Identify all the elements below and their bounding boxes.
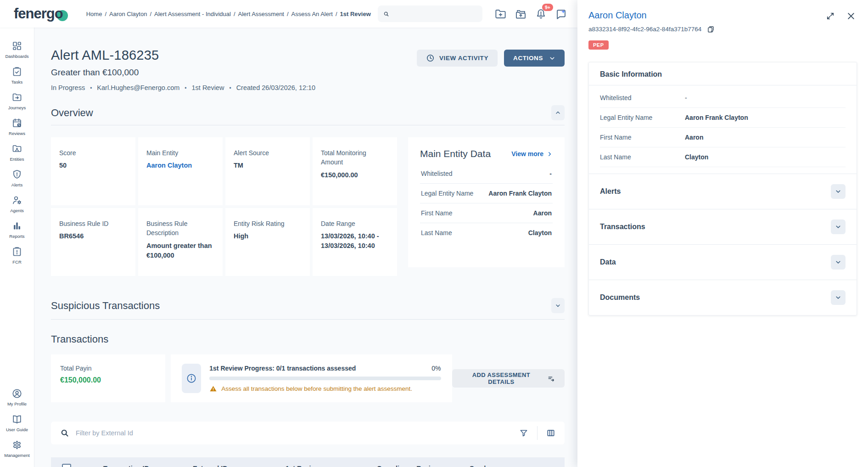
sidebar-item-entities[interactable]: Entities: [0, 140, 34, 165]
chat-sparkle-icon: [555, 8, 567, 20]
data-expand-button[interactable]: [831, 255, 846, 270]
column-compliance-review[interactable]: Compliance Review: [377, 465, 470, 467]
column-sender[interactable]: Sender: [470, 465, 554, 467]
row-value: -: [549, 170, 552, 177]
sidebar-item-alerts[interactable]: Alerts: [0, 165, 34, 191]
close-drawer-button[interactable]: [846, 11, 856, 23]
card-label: Business Rule Description: [146, 219, 214, 238]
sidebar-label: Agents: [10, 208, 24, 213]
columns-icon[interactable]: [546, 428, 555, 438]
card-value: High: [234, 231, 302, 241]
sidebar-item-fcr[interactable]: FCR: [0, 242, 34, 268]
row-label: Whitelisted: [600, 94, 685, 101]
documents-expand-button[interactable]: [831, 290, 846, 305]
overview-title: Overview: [51, 107, 93, 119]
score-card: Score 50: [51, 137, 135, 205]
global-search-input[interactable]: [394, 10, 477, 17]
status-badge: In Progress: [51, 84, 85, 91]
breadcrumb-assess-an-alert[interactable]: Assess An Alert: [291, 11, 340, 17]
upload-case-button[interactable]: [515, 8, 527, 20]
card-label: Entity Risk Rating: [234, 219, 302, 228]
column-transaction-id[interactable]: Transaction ID: [103, 465, 193, 467]
suspicious-expand-button[interactable]: [551, 298, 565, 313]
row-label: Legal Entity Name: [600, 114, 685, 121]
actions-label: ACTIONS: [513, 55, 543, 62]
ai-assistant-button[interactable]: [555, 8, 567, 20]
column-external-id[interactable]: External ID: [193, 465, 286, 467]
view-activity-label: VIEW ACTIVITY: [439, 55, 488, 62]
section-documents[interactable]: Documents: [589, 280, 857, 315]
total-monitoring-card: Total Monitoring Amount €150,000.00: [313, 137, 397, 205]
main-entity-link[interactable]: Aaron Clayton: [146, 161, 214, 170]
data-row-whitelisted: Whitelisted -: [420, 164, 553, 184]
info-row-legal-entity-name: Legal Entity Name Aaron Frank Clayton: [600, 108, 846, 128]
chevron-right-icon: [547, 151, 553, 157]
alerts-expand-button[interactable]: [831, 184, 846, 199]
entity-detail-card: Basic Information Whitelisted - Legal En…: [588, 62, 857, 315]
row-value: Aaron: [533, 209, 552, 217]
breadcrumb-home[interactable]: Home: [86, 11, 109, 17]
main-column: fenergo Home Aaron Clayton Alert Assessm…: [0, 0, 577, 467]
main-entity-card: Main Entity Aaron Clayton: [138, 137, 223, 205]
sidebar-item-journeys[interactable]: Journeys: [0, 88, 34, 114]
column-first-review[interactable]: 1st Review: [286, 465, 377, 467]
entity-name-title[interactable]: Aaron Clayton: [588, 10, 857, 21]
row-label: First Name: [421, 209, 452, 217]
expand-drawer-button[interactable]: [826, 11, 835, 23]
breadcrumb-entity[interactable]: Aaron Clayton: [109, 11, 154, 17]
card-label: Date Range: [321, 219, 389, 228]
created-timestamp: Created 26/03/2026, 12:10: [224, 84, 315, 91]
fenergo-logo[interactable]: fenergo: [14, 6, 68, 22]
logo-text: fenergo: [14, 6, 63, 22]
card-value: 50: [59, 161, 127, 170]
section-transactions[interactable]: Transactions: [589, 209, 857, 244]
breadcrumb-alert-assessment[interactable]: Alert Assessment: [238, 11, 291, 17]
fcr-icon: [11, 246, 22, 257]
business-rule-id-card: Business Rule ID BR6546: [51, 208, 135, 276]
copy-icon[interactable]: [706, 25, 715, 34]
suspicious-transactions-header: Suspicious Transactions: [51, 298, 565, 320]
sidebar-item-dashboards[interactable]: Dashboards: [0, 37, 34, 62]
overview-collapse-button[interactable]: [551, 105, 565, 120]
transactions-summary-row: Total Payin €150,000.00 1st Review Progr…: [51, 354, 565, 402]
page-title: Alert AML-186235: [51, 48, 315, 63]
sidebar-item-tasks[interactable]: Tasks: [0, 62, 34, 88]
sidebar-label: FCR: [12, 259, 22, 264]
entity-id: a8332314-8f92-4fc2-96a2-84fa371b7764: [588, 26, 701, 33]
create-case-button[interactable]: [494, 8, 507, 20]
section-data[interactable]: Data: [589, 244, 857, 280]
global-search[interactable]: [378, 6, 482, 22]
top-navbar: fenergo Home Aaron Clayton Alert Assessm…: [0, 0, 577, 28]
sidebar-item-my-profile[interactable]: My Profile: [0, 384, 34, 410]
chevron-down-icon: [835, 259, 841, 265]
section-title: Alerts: [600, 187, 621, 196]
sidebar-item-management[interactable]: Management: [0, 436, 34, 461]
total-payin-value: €150,000.00: [60, 376, 156, 384]
sidebar-item-reports[interactable]: Reports: [0, 217, 34, 242]
sidebar-item-agents[interactable]: Agents: [0, 191, 34, 217]
select-all-checkbox[interactable]: [62, 464, 71, 467]
sidebar-item-user-guide[interactable]: User Guide: [0, 410, 34, 436]
sidebar-label: Alerts: [11, 182, 22, 187]
data-row-legal-entity-name: Legal Entity Name Aaron Frank Clayton: [420, 184, 553, 203]
management-gear-icon: [11, 439, 22, 450]
actions-button[interactable]: ACTIONS: [504, 50, 565, 67]
sidebar-item-reviews[interactable]: Reviews: [0, 114, 34, 140]
assignee-email: Karl.Hughes@Fenergo.com: [85, 84, 179, 91]
view-more-link[interactable]: View more: [511, 150, 553, 158]
add-assessment-details-button[interactable]: ADD ASSESSMENT DETAILS: [452, 369, 565, 388]
transactions-expand-button[interactable]: [831, 219, 846, 234]
view-activity-button[interactable]: VIEW ACTIVITY: [417, 50, 498, 67]
transactions-table-header: Transaction ID External ID 1st Review Co…: [51, 457, 565, 467]
filter-input[interactable]: [76, 429, 519, 437]
alert-source-card: Alert Source TM: [225, 137, 310, 205]
section-alerts[interactable]: Alerts: [589, 174, 857, 209]
chevron-down-icon: [555, 303, 561, 309]
filter-funnel-icon[interactable]: [519, 428, 528, 438]
sidebar-label: Reviews: [9, 131, 25, 136]
notifications-button[interactable]: 9+: [535, 8, 547, 20]
main-entity-data-panel: Main Entity Data View more Whitelisted -: [408, 137, 565, 267]
breadcrumb-assessment-individual[interactable]: Alert Assessment - Individual: [154, 11, 238, 17]
card-label: Total Monitoring Amount: [321, 148, 389, 167]
close-icon: [846, 11, 856, 21]
